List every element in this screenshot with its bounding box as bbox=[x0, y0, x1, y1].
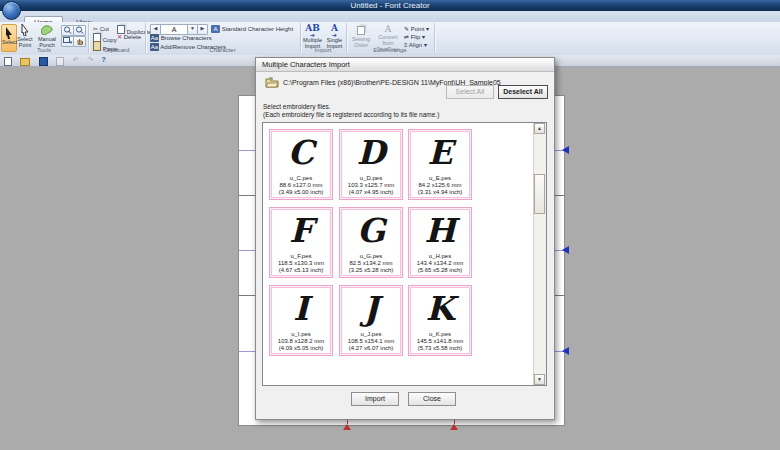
standard-character-height-label: Standard Character Height bbox=[222, 26, 293, 32]
tile-filename: u_I.pes bbox=[270, 330, 332, 338]
character-glyph: F bbox=[270, 208, 332, 250]
tile-size-mm: 82.5 x134.2 mm bbox=[340, 260, 402, 267]
character-glyph: D bbox=[340, 130, 402, 172]
delete-button[interactable]: ✕ Delete bbox=[117, 33, 141, 40]
clipboard-group-label: Clipboard bbox=[88, 47, 145, 54]
tile-filename: u_H.pes bbox=[409, 252, 471, 260]
cursor-arrow-icon bbox=[4, 27, 14, 39]
multiple-characters-import-dialog: Multiple Characters Import C:\Program Fi… bbox=[255, 57, 555, 420]
open-file-icon[interactable] bbox=[20, 58, 30, 66]
tile-size-inch: (4.09 x5.05 inch) bbox=[270, 345, 332, 352]
list-scrollbar[interactable]: ▲ ▼ bbox=[533, 123, 546, 385]
select-point-button[interactable]: Select Point bbox=[16, 24, 34, 48]
zoom-out-icon bbox=[75, 26, 84, 34]
save-icon[interactable] bbox=[39, 57, 48, 66]
tools-group-label: Tools bbox=[0, 47, 88, 54]
instruction-line-2: (Each embroidery file is registered acco… bbox=[263, 111, 439, 119]
guide-handle-red[interactable] bbox=[343, 424, 351, 430]
character-tile[interactable]: Ju_J.pes108.5 x154.1 mm(4.27 x6.07 inch) bbox=[339, 285, 403, 356]
character-tile[interactable]: Eu_E.pes84.2 x125.6 mm(3.31 x4.94 inch) bbox=[408, 129, 472, 200]
character-tile[interactable]: Du_D.pes103.3 x125.7 mm(4.07 x4.95 inch) bbox=[339, 129, 403, 200]
character-tile[interactable]: Fu_F.pes118.5 x130.3 mm(4.67 x5.13 inch) bbox=[269, 207, 333, 278]
export-icon[interactable] bbox=[56, 57, 64, 66]
window-title: Untitled - Font Creator bbox=[0, 0, 780, 11]
right-arrow-icon: ▶ bbox=[201, 25, 205, 31]
tile-size-mm: 143.4 x134.2 mm bbox=[409, 260, 471, 267]
tile-size-inch: (3.49 x5.00 inch) bbox=[270, 189, 332, 196]
scroll-up-button[interactable]: ▲ bbox=[534, 123, 545, 134]
new-document-icon[interactable] bbox=[4, 57, 12, 66]
instruction-line-1: Select embroidery files. bbox=[263, 103, 331, 111]
character-tile[interactable]: Cu_C.pes88.6 x127.0 mm(3.49 x5.00 inch) bbox=[269, 129, 333, 200]
zoom-in-icon bbox=[63, 26, 72, 34]
delete-icon: ✕ bbox=[117, 34, 122, 40]
standard-character-height-icon: A bbox=[211, 25, 220, 33]
cut-button[interactable]: ✂ Cut bbox=[93, 25, 109, 32]
browse-characters-icon: Aa bbox=[150, 34, 159, 42]
scroll-down-button[interactable]: ▼ bbox=[534, 374, 545, 385]
font-creator-window: Untitled - Font Creator Home View Select… bbox=[0, 0, 780, 450]
deselect-all-button[interactable]: Deselect All bbox=[498, 85, 548, 99]
flip-label: Flip bbox=[411, 34, 421, 40]
character-tile[interactable]: Gu_G.pes82.5 x134.2 mm(3.25 x5.28 inch) bbox=[339, 207, 403, 278]
tile-filename: u_E.pes bbox=[409, 174, 471, 182]
import-group-label: Import bbox=[300, 47, 346, 54]
multiple-import-button[interactable]: AB ➜ Multiple Import bbox=[302, 24, 323, 49]
guide-handle-blue[interactable] bbox=[562, 246, 569, 254]
tile-filename: u_K.pes bbox=[409, 330, 471, 338]
browse-characters-button[interactable]: Aa Browse Characters bbox=[150, 34, 212, 42]
tile-size-mm: 103.8 x128.2 mm bbox=[270, 338, 332, 345]
import-button[interactable]: Import bbox=[351, 392, 399, 406]
convert-truetype-icon: A bbox=[374, 24, 402, 34]
tile-size-mm: 103.3 x125.7 mm bbox=[340, 182, 402, 189]
character-glyph: K bbox=[409, 286, 471, 328]
character-tile[interactable]: Ku_K.pes145.5 x141.8 mm(5.73 x5.58 inch) bbox=[408, 285, 472, 356]
character-tile[interactable]: Iu_I.pes103.8 x128.2 mm(4.09 x5.05 inch) bbox=[269, 285, 333, 356]
manual-punch-button[interactable]: Manual Punch bbox=[35, 24, 59, 48]
tile-filename: u_D.pes bbox=[340, 174, 402, 182]
help-icon[interactable]: ? bbox=[101, 55, 105, 65]
guide-handle-red[interactable] bbox=[450, 424, 458, 430]
ribbon: Select Select Point Manual Punch ▾ bbox=[0, 22, 780, 56]
sewing-order-icon bbox=[357, 26, 365, 35]
dropdown-icon: ▾ bbox=[70, 39, 73, 45]
pan-hand-button[interactable] bbox=[73, 36, 86, 47]
character-glyph: E bbox=[409, 130, 471, 172]
tile-size-inch: (3.31 x4.94 inch) bbox=[409, 189, 471, 196]
sewing-order-button[interactable]: Sewing Order bbox=[349, 24, 373, 48]
tile-size-mm: 108.5 x154.1 mm bbox=[340, 338, 402, 345]
browse-characters-label: Browse Characters bbox=[161, 35, 212, 41]
point-menu-button[interactable]: ✎ Point ▾ bbox=[404, 25, 429, 32]
delete-label: Delete bbox=[124, 34, 141, 40]
point-icon: ✎ bbox=[404, 26, 409, 32]
embroidery-file-list: Cu_C.pes88.6 x127.0 mm(3.49 x5.00 inch) … bbox=[262, 122, 547, 386]
flip-icon: ⇄ bbox=[404, 34, 409, 40]
scrollbar-thumb[interactable] bbox=[534, 174, 545, 214]
character-glyph: J bbox=[340, 286, 402, 328]
character-glyph: C bbox=[270, 130, 332, 172]
character-glyph: I bbox=[270, 286, 332, 328]
hand-icon bbox=[76, 37, 84, 45]
scissors-icon: ✂ bbox=[93, 26, 98, 32]
standard-character-height-button[interactable]: A Standard Character Height bbox=[211, 25, 293, 33]
undo-icon[interactable]: ↶ bbox=[73, 55, 79, 65]
select-all-button[interactable]: Select All bbox=[446, 85, 494, 99]
point-label: Point bbox=[411, 26, 425, 32]
down-arrow-icon: ▼ bbox=[537, 376, 542, 382]
zoom-out-button[interactable] bbox=[73, 25, 86, 36]
ribbon-tab-row: Home View bbox=[0, 11, 780, 22]
redo-icon[interactable]: ↷ bbox=[87, 55, 93, 65]
application-menu-button[interactable] bbox=[2, 1, 21, 20]
down-arrow-icon: ▼ bbox=[190, 25, 195, 31]
tile-size-mm: 88.6 x127.0 mm bbox=[270, 182, 332, 189]
guide-handle-blue[interactable] bbox=[562, 347, 569, 355]
guide-handle-blue[interactable] bbox=[562, 146, 569, 154]
flip-menu-button[interactable]: ⇄ Flip ▾ bbox=[404, 33, 425, 40]
single-import-button[interactable]: A ➜ Single Import bbox=[324, 24, 345, 49]
character-tile[interactable]: Hu_H.pes143.4 x134.2 mm(5.65 x5.28 inch) bbox=[408, 207, 472, 278]
tile-size-inch: (4.27 x6.07 inch) bbox=[340, 345, 402, 352]
tile-size-mm: 84.2 x125.6 mm bbox=[409, 182, 471, 189]
character-glyph: H bbox=[409, 208, 471, 250]
tile-size-inch: (3.25 x5.28 inch) bbox=[340, 267, 402, 274]
close-button[interactable]: Close bbox=[408, 392, 456, 406]
